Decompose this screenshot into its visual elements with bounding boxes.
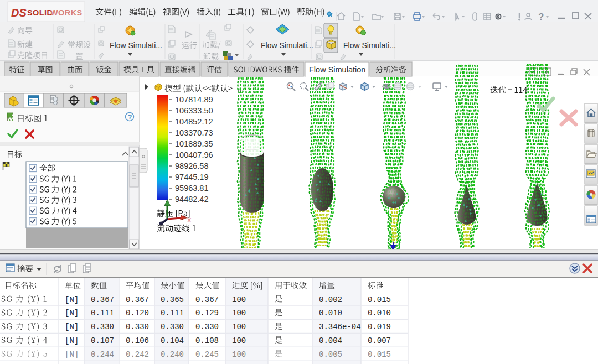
svg-text:0.367: 0.367 — [91, 295, 114, 304]
svg-text:0.367: 0.367 — [195, 295, 219, 304]
svg-text:98926.58: 98926.58 — [175, 162, 208, 170]
svg-text:Flow Simulati...: Flow Simulati... — [343, 41, 396, 50]
svg-text:?: ? — [538, 12, 544, 22]
svg-text:97445.19: 97445.19 — [175, 173, 208, 181]
svg-text:0.365: 0.365 — [161, 295, 184, 304]
svg-text:0.129: 0.129 — [195, 309, 219, 318]
svg-text:100: 100 — [232, 295, 246, 304]
svg-text:[N]: [N] — [65, 336, 79, 345]
svg-text:0.108: 0.108 — [195, 336, 219, 345]
svg-text:100: 100 — [232, 336, 246, 345]
svg-text:95963.81: 95963.81 — [175, 184, 208, 193]
svg-text:0.244: 0.244 — [91, 350, 114, 359]
svg-text:SOLID: SOLID — [27, 8, 53, 17]
svg-text:0.330: 0.330 — [161, 323, 184, 331]
svg-text:3.346e-04: 3.346e-04 — [319, 323, 361, 331]
svg-text:[N]: [N] — [65, 309, 79, 318]
svg-text:0.240: 0.240 — [161, 350, 184, 359]
svg-text:0.004: 0.004 — [319, 336, 342, 345]
svg-text:100407.96: 100407.96 — [175, 150, 213, 159]
svg-text:DS: DS — [11, 7, 27, 19]
svg-text:0.245: 0.245 — [195, 350, 219, 359]
svg-text:100: 100 — [232, 323, 246, 331]
svg-text:0.007: 0.007 — [368, 336, 391, 345]
svg-text:0.111: 0.111 — [161, 309, 184, 318]
svg-text:[N]: [N] — [65, 323, 79, 331]
svg-text:0.104: 0.104 — [161, 336, 184, 345]
svg-text:[N]: [N] — [65, 350, 79, 359]
svg-text:103370.73: 103370.73 — [175, 128, 213, 137]
svg-text:[N]: [N] — [65, 295, 79, 304]
svg-text:WORKS: WORKS — [50, 8, 83, 17]
svg-text:100: 100 — [232, 309, 246, 318]
svg-text:0.111: 0.111 — [91, 309, 114, 318]
svg-text:0.242: 0.242 — [126, 350, 149, 359]
svg-text:0.010: 0.010 — [368, 309, 391, 318]
svg-text:0.015: 0.015 — [368, 295, 391, 304]
svg-text:Flow Simulati...: Flow Simulati... — [261, 41, 313, 50]
svg-text:Flow Simulation: Flow Simulation — [309, 65, 365, 74]
svg-text:0.019: 0.019 — [368, 323, 391, 331]
svg-text:94482.42: 94482.42 — [175, 195, 208, 204]
svg-text:0.002: 0.002 — [319, 295, 342, 304]
svg-text:100: 100 — [232, 350, 246, 359]
svg-text:?: ? — [128, 113, 132, 121]
svg-text:0.120: 0.120 — [126, 309, 149, 318]
svg-text:0.015: 0.015 — [368, 350, 391, 359]
svg-text:0.107: 0.107 — [91, 336, 114, 345]
svg-text:0.005: 0.005 — [319, 350, 342, 359]
svg-text:0.330: 0.330 — [195, 323, 219, 331]
svg-text:Flow Simulati...: Flow Simulati... — [110, 41, 162, 50]
svg-text:0.106: 0.106 — [126, 336, 149, 345]
svg-text:107814.89: 107814.89 — [175, 95, 213, 104]
svg-text:0.330: 0.330 — [126, 323, 149, 331]
svg-text:0.367: 0.367 — [126, 295, 149, 304]
svg-text:X: X — [187, 217, 192, 223]
svg-text:106333.50: 106333.50 — [175, 106, 213, 115]
svg-text:0.010: 0.010 — [319, 309, 342, 318]
svg-text:0.330: 0.330 — [91, 323, 114, 331]
svg-text:101889.35: 101889.35 — [175, 139, 213, 148]
svg-text:104852.12: 104852.12 — [175, 117, 213, 126]
